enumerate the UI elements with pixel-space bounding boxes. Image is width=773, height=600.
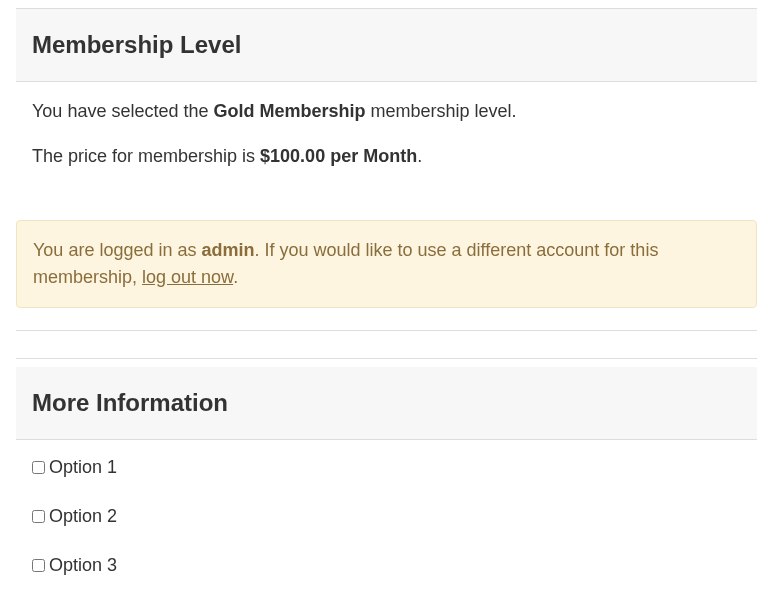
price-prefix: The price for membership is bbox=[32, 146, 260, 166]
option-1-checkbox[interactable] bbox=[32, 461, 45, 474]
option-3-checkbox[interactable] bbox=[32, 559, 45, 572]
membership-level-body: You have selected the Gold Membership me… bbox=[16, 82, 757, 196]
option-item: Option 1 bbox=[32, 454, 741, 481]
section-gap bbox=[16, 331, 757, 359]
more-information-header: More Information bbox=[16, 367, 757, 440]
option-item: Option 3 bbox=[32, 552, 741, 579]
price-value: $100.00 per Month bbox=[260, 146, 417, 166]
price-suffix: . bbox=[417, 146, 422, 166]
option-2-label[interactable]: Option 2 bbox=[49, 503, 117, 530]
alert-suffix: . bbox=[233, 267, 238, 287]
more-information-heading: More Information bbox=[32, 385, 741, 421]
price-text: The price for membership is $100.00 per … bbox=[32, 143, 741, 170]
option-2-checkbox[interactable] bbox=[32, 510, 45, 523]
logged-in-alert: You are logged in as admin. If you would… bbox=[16, 220, 757, 308]
selected-prefix: You have selected the bbox=[32, 101, 213, 121]
options-list: Option 1 Option 2 Option 3 bbox=[16, 440, 757, 600]
membership-level-header: Membership Level bbox=[16, 9, 757, 82]
option-3-label[interactable]: Option 3 bbox=[49, 552, 117, 579]
membership-level-heading: Membership Level bbox=[32, 27, 741, 63]
selected-level-text: You have selected the Gold Membership me… bbox=[32, 98, 741, 125]
more-information-section: More Information Option 1 Option 2 Optio… bbox=[16, 367, 757, 600]
level-name: Gold Membership bbox=[213, 101, 365, 121]
option-1-label[interactable]: Option 1 bbox=[49, 454, 117, 481]
selected-suffix: membership level. bbox=[366, 101, 517, 121]
logout-link[interactable]: log out now bbox=[142, 267, 233, 287]
membership-level-section: Membership Level You have selected the G… bbox=[16, 8, 757, 196]
alert-prefix: You are logged in as bbox=[33, 240, 201, 260]
option-item: Option 2 bbox=[32, 503, 741, 530]
alert-username: admin bbox=[201, 240, 254, 260]
